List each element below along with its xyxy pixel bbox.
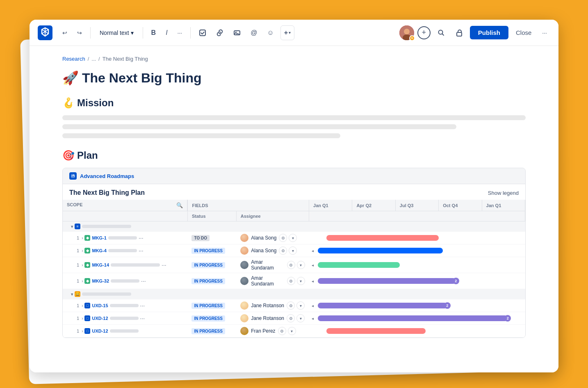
settings-mkg-4[interactable]: ⚙ bbox=[279, 246, 287, 255]
close-label: Close bbox=[516, 29, 531, 36]
more-mkg-14[interactable]: ··· bbox=[162, 262, 166, 268]
group-chevron-2[interactable]: ▾ bbox=[71, 292, 73, 297]
show-legend-button[interactable]: Show legend bbox=[488, 190, 519, 196]
app-logo[interactable] bbox=[38, 25, 52, 40]
toolbar-right: G + Publish bbox=[399, 25, 550, 40]
expand-uxd-15-b[interactable]: ▾ bbox=[296, 301, 305, 310]
assignee-name-mkg-4: Alana Song bbox=[251, 248, 276, 253]
more-formatting-button[interactable]: ··· bbox=[174, 25, 186, 40]
q2-header: Apr Q2 bbox=[352, 200, 395, 211]
expand-mkg-1-b[interactable]: ▾ bbox=[289, 234, 297, 242]
insert-button[interactable]: + ▾ bbox=[280, 25, 294, 40]
scope-search-icon[interactable]: 🔍 bbox=[176, 202, 183, 208]
more-mkg-32[interactable]: ··· bbox=[141, 278, 146, 284]
assignee-uxd-12: Jane Rotanson ⚙ ▾ bbox=[236, 312, 309, 325]
expand-mkg-14[interactable]: › bbox=[82, 263, 83, 267]
settings-uxd-15[interactable]: ⚙ bbox=[287, 301, 295, 310]
settings-mkg-32[interactable]: ⚙ bbox=[287, 277, 295, 285]
gantt-wrapper: SCOPE 🔍 FIELDS Jan Q1 Apr Q2 Jul Q3 Oct … bbox=[63, 200, 525, 338]
mission-line-2 bbox=[62, 124, 456, 129]
expand-uxd-12-fran[interactable]: › bbox=[82, 329, 83, 333]
more-uxd-15[interactable]: ··· bbox=[140, 302, 145, 309]
key-uxd-12: UXD-12 bbox=[92, 316, 108, 321]
bold-button[interactable]: B bbox=[148, 25, 160, 40]
emoji-button[interactable]: ☺ bbox=[264, 25, 277, 40]
more-options-button[interactable]: ··· bbox=[539, 25, 550, 40]
italic-button[interactable]: I bbox=[162, 25, 171, 40]
expand-mkg-4-b[interactable]: ▾ bbox=[289, 246, 297, 255]
text-style-dropdown[interactable]: Normal text ▾ bbox=[96, 27, 138, 39]
lock-button[interactable] bbox=[452, 25, 467, 40]
show-legend-label: Show legend bbox=[488, 190, 519, 196]
scope-uxd-12-fran: 1 › □ UXD-12 bbox=[63, 325, 187, 338]
key-mkg-1: MKG-1 bbox=[92, 235, 106, 240]
roadmap-title-row: The Next Big Thing Plan Show legend bbox=[63, 184, 525, 200]
expand-mkg-1[interactable]: › bbox=[82, 236, 83, 240]
assignee-mkg-14: Amar Sundaram ⚙ ▾ bbox=[236, 257, 309, 273]
group-status-cell-1 bbox=[187, 221, 236, 232]
group-scope-cell-2: ▾ 😀 bbox=[63, 289, 187, 299]
more-mkg-4[interactable]: ··· bbox=[139, 247, 144, 254]
row-uxd-12: 1 › □ UXD-12 ··· IN PROGRESS bbox=[63, 312, 525, 325]
title-skeleton-mkg-4 bbox=[108, 249, 137, 252]
expand-uxd-12-b[interactable]: ▾ bbox=[296, 314, 305, 322]
link-button[interactable] bbox=[213, 25, 227, 40]
mention-button[interactable]: @ bbox=[247, 25, 260, 40]
status-mkg-32: IN PROGRESS bbox=[187, 273, 236, 289]
expand-mkg-4[interactable]: › bbox=[82, 249, 83, 253]
breadcrumb-research[interactable]: Research bbox=[62, 56, 85, 62]
add-collaborator-button[interactable]: + bbox=[417, 26, 431, 39]
assignee-name-mkg-14: Amar Sundaram bbox=[251, 259, 284, 271]
avatar-amar-2 bbox=[240, 277, 248, 285]
chevron-down-icon: ▾ bbox=[131, 30, 134, 36]
assignee-mkg-32: Amar Sundaram ⚙ ▾ bbox=[236, 273, 309, 289]
svg-rect-11 bbox=[457, 32, 462, 36]
key-uxd-15: UXD-15 bbox=[92, 303, 108, 308]
undo-button[interactable]: ↩ bbox=[59, 25, 71, 40]
title-skeleton-uxd-12 bbox=[110, 317, 139, 320]
breadcrumb: Research / ... / The Next Big Thing bbox=[62, 56, 526, 62]
main-window: ↩ ↪ Normal text ▾ B I ··· bbox=[30, 20, 558, 372]
settings-uxd-12-fran[interactable]: ⚙ bbox=[278, 327, 286, 335]
more-uxd-12[interactable]: ··· bbox=[140, 315, 145, 322]
expand-mkg-14-b[interactable]: ▾ bbox=[297, 261, 305, 269]
assignee-name-uxd-15: Jane Rotanson bbox=[251, 303, 284, 308]
assignee-name-mkg-1: Alana Song bbox=[251, 235, 276, 241]
publish-button[interactable]: Publish bbox=[470, 26, 508, 39]
scope-mkg-1: 1 › ◆ MKG-1 ··· bbox=[63, 232, 187, 244]
assignee-mkg-1: Alana Song ⚙ ▾ bbox=[236, 232, 309, 244]
task-icon-uxd-15: □ bbox=[84, 303, 90, 308]
checkbox-button[interactable] bbox=[196, 25, 210, 40]
mission-emoji: 🪝 bbox=[62, 97, 75, 109]
expand-uxd-15[interactable]: › bbox=[82, 304, 83, 308]
scope-mkg-4: 1 › ◆ MKG-4 ··· bbox=[63, 244, 187, 257]
expand-uxd-12[interactable]: › bbox=[82, 316, 83, 321]
settings-uxd-12[interactable]: ⚙ bbox=[287, 314, 295, 322]
expand-mkg-32[interactable]: › bbox=[82, 279, 83, 283]
status-badge-uxd-12-fran: IN PROGRESS bbox=[191, 328, 225, 334]
image-button[interactable] bbox=[230, 25, 244, 40]
task-icon-uxd-12-fran: □ bbox=[84, 328, 90, 334]
more-mkg-1[interactable]: ··· bbox=[139, 235, 144, 241]
expand-uxd-12-fran-b[interactable]: ▾ bbox=[288, 327, 296, 335]
breadcrumb-sep-1: / bbox=[88, 56, 89, 62]
search-button[interactable] bbox=[434, 25, 449, 40]
breadcrumb-sep-2: / bbox=[98, 56, 100, 62]
row-mkg-14: 1 › ◆ MKG-14 ··· IN PROGRESS bbox=[63, 257, 525, 273]
emoji-icon: ☺ bbox=[267, 29, 274, 37]
settings-mkg-1[interactable]: ⚙ bbox=[279, 234, 287, 242]
key-uxd-12-fran: UXD-12 bbox=[92, 329, 108, 333]
status-subheader: Status bbox=[187, 211, 236, 221]
row-mkg-32: 1 › ◆ MKG-32 ··· IN PROGRESS bbox=[63, 273, 525, 289]
plus-icon: + bbox=[284, 29, 288, 37]
group-chevron-1[interactable]: ▾ bbox=[71, 224, 73, 229]
expand-mkg-32-b[interactable]: ▾ bbox=[297, 277, 305, 285]
redo-button[interactable]: ↪ bbox=[74, 25, 85, 40]
scope-uxd-12: 1 › □ UXD-12 ··· bbox=[63, 312, 187, 325]
insert-chevron-icon: ▾ bbox=[289, 30, 291, 35]
gantt-table: SCOPE 🔍 FIELDS Jan Q1 Apr Q2 Jul Q3 Oct … bbox=[63, 200, 525, 338]
settings-mkg-14[interactable]: ⚙ bbox=[287, 261, 295, 269]
status-uxd-12: IN PROGRESS bbox=[187, 312, 236, 325]
close-button[interactable]: Close bbox=[512, 26, 536, 39]
breadcrumb-ellipsis: ... bbox=[91, 56, 96, 62]
